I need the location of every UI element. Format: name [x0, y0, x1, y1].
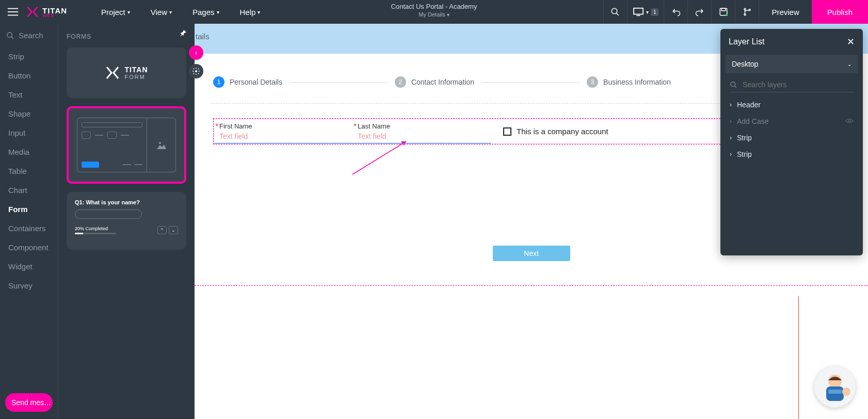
image-icon — [155, 139, 168, 151]
menu-project[interactable]: Project▾ — [101, 8, 130, 17]
logo[interactable]: TITAN WEB — [26, 5, 77, 19]
chevron-down-icon: ▾ — [169, 9, 172, 15]
chevron-down-icon: ▾ — [646, 9, 649, 15]
form-template-quiz[interactable]: Q1: What is your name? 20% Completed ⌃ ⌄ — [67, 192, 186, 250]
step-contact-info[interactable]: 2Contact Information — [395, 76, 474, 88]
layer-item[interactable]: ›Strip — [720, 130, 863, 146]
menu-pages[interactable]: Pages▾ — [192, 8, 219, 17]
first-name-field[interactable]: * First Name Text field — [214, 119, 352, 143]
layer-list-title: Layer List — [729, 37, 764, 46]
svg-line-4 — [617, 13, 619, 15]
mascot-icon — [817, 369, 853, 405]
svg-point-9 — [726, 14, 728, 17]
chevron-right-icon: › — [730, 134, 732, 141]
redo-button[interactable] — [687, 0, 711, 24]
sidebar-item-media[interactable]: Media — [0, 142, 58, 162]
sidebar-item-shape[interactable]: Shape — [0, 104, 58, 123]
hamburger-menu[interactable] — [0, 7, 26, 17]
svg-point-12 — [749, 9, 750, 11]
publish-button[interactable]: Publish — [812, 0, 868, 24]
next-button[interactable]: Next — [493, 246, 570, 261]
sidebar-item-button[interactable]: Button — [0, 66, 58, 85]
sidebar-item-containers[interactable]: Containers — [0, 219, 58, 238]
step-business-info[interactable]: 3Business Information — [587, 76, 671, 88]
chevron-down-icon: ▾ — [217, 9, 219, 15]
chevron-right-icon: › — [730, 151, 732, 158]
menu-help[interactable]: Help▾ — [240, 8, 261, 17]
step-personal-details[interactable]: 1Personal Details — [213, 76, 282, 88]
chevron-right-icon: › — [730, 101, 732, 108]
svg-rect-26 — [845, 388, 847, 392]
layer-search[interactable] — [720, 73, 863, 92]
svg-point-21 — [848, 120, 850, 122]
sidebar-item-form[interactable]: Form — [0, 200, 58, 219]
chevron-right-icon: › — [730, 118, 732, 125]
checkbox-icon — [503, 127, 511, 136]
sidebar-search[interactable]: Search — [0, 24, 58, 47]
device-dropdown[interactable]: Desktop ⌄ — [726, 55, 858, 73]
layer-list-panel: Layer List ✕ Desktop ⌄ ›Header›Add Case›… — [720, 29, 863, 255]
layer-item[interactable]: ›Strip — [720, 146, 863, 163]
page-title: Contact Us Portal - Academy — [391, 3, 477, 10]
sidebar-item-strip[interactable]: Strip — [0, 47, 58, 66]
branch-button[interactable] — [735, 0, 759, 24]
device-selector[interactable]: ▾ 1 — [627, 0, 664, 24]
down-arrow-icon: ⌄ — [169, 226, 178, 234]
eye-icon — [845, 117, 854, 125]
pin-icon — [179, 29, 187, 37]
collapse-panel-button[interactable]: ‹ — [189, 45, 203, 60]
form-template-selected[interactable] — [67, 106, 186, 184]
send-message-button[interactable]: Send mes… — [5, 393, 53, 412]
svg-point-22 — [828, 375, 842, 388]
preview-button[interactable]: Preview — [759, 0, 811, 24]
branch-icon — [743, 7, 752, 17]
svg-point-11 — [744, 14, 746, 15]
svg-rect-24 — [828, 390, 842, 394]
layer-item[interactable]: ›Add Case — [720, 113, 863, 130]
page-subtitle[interactable]: My Details ▾ — [391, 11, 477, 18]
svg-point-15 — [159, 142, 161, 144]
search-icon — [730, 81, 737, 89]
close-button[interactable]: ✕ — [847, 36, 855, 47]
sidebar-item-input[interactable]: Input — [0, 123, 58, 142]
guide-line — [798, 296, 799, 419]
device-badge: 1 — [651, 8, 659, 16]
search-button[interactable] — [603, 0, 627, 24]
titan-icon — [105, 65, 120, 80]
layer-item[interactable]: ›Header — [720, 96, 863, 113]
save-button[interactable] — [711, 0, 735, 24]
settings-button[interactable] — [189, 64, 203, 78]
svg-point-13 — [7, 33, 12, 37]
search-icon — [610, 7, 620, 17]
last-name-field[interactable]: * Last Name Text field — [352, 119, 491, 143]
forms-panel-title: FORMS — [67, 33, 186, 40]
undo-icon — [671, 7, 681, 17]
sidebar-item-text[interactable]: Text — [0, 85, 58, 104]
sidebar-item-component[interactable]: Component — [0, 238, 58, 257]
layer-search-input[interactable] — [743, 80, 854, 89]
logo-icon — [26, 5, 39, 19]
pin-button[interactable] — [179, 29, 187, 39]
menu-view[interactable]: View▾ — [151, 8, 172, 17]
svg-point-16 — [195, 70, 197, 72]
undo-button[interactable] — [664, 0, 687, 24]
save-icon — [719, 7, 728, 17]
sidebar-item-survey[interactable]: Survey — [0, 276, 58, 295]
sidebar-item-widget[interactable]: Widget — [0, 257, 58, 276]
desktop-icon — [633, 7, 644, 17]
sidebar-item-table[interactable]: Table — [0, 162, 58, 181]
search-icon — [6, 31, 14, 40]
redo-icon — [695, 7, 704, 17]
help-avatar[interactable] — [814, 366, 856, 408]
gear-icon — [192, 67, 200, 75]
sidebar-item-chart[interactable]: Chart — [0, 181, 58, 200]
svg-line-20 — [734, 86, 736, 88]
svg-point-3 — [612, 8, 618, 14]
svg-point-19 — [731, 82, 735, 86]
form-template-titan[interactable]: TITAN FORM — [67, 47, 186, 98]
chevron-left-icon: ‹ — [195, 49, 198, 57]
up-arrow-icon: ⌃ — [157, 226, 167, 234]
svg-point-10 — [744, 8, 746, 10]
svg-rect-8 — [721, 8, 726, 11]
company-account-checkbox[interactable]: This is a company account — [491, 119, 608, 143]
